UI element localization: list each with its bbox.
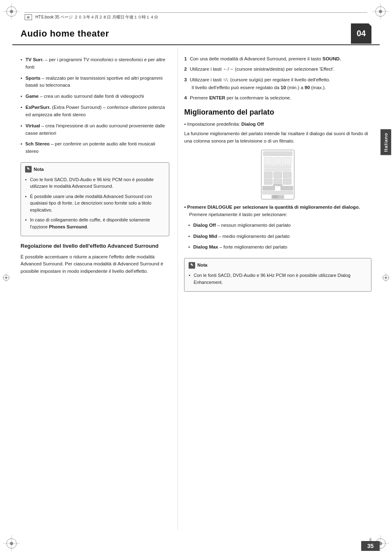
- svg-rect-27: [274, 157, 282, 165]
- svg-rect-36: [283, 179, 291, 184]
- book-indicator: ⊕: [25, 14, 32, 20]
- note-item: In caso di collegamento delle cuffie, è …: [25, 216, 165, 231]
- step-1: 1 Con una delle modalità di Advanced Sur…: [184, 55, 371, 62]
- list-item: Dialog Max – forte miglioramento del par…: [188, 243, 371, 252]
- list-item: Dialog Mid – medio miglioramento del par…: [188, 232, 371, 241]
- step-2: 2 Utilizzare i tasti ←/→ (cursore sinist…: [184, 66, 371, 73]
- right-column: 1 Con una delle modalità di Advanced Sur…: [178, 47, 380, 530]
- main-section-heading: Miglioramento del parlato: [184, 108, 371, 117]
- step-2-text: Utilizzare i tasti ←/→ (cursore sinistra…: [190, 67, 335, 71]
- list-item: Sports – realizzato per le trasmissioni …: [21, 74, 169, 90]
- reg-mark-mid-left: [2, 274, 10, 282]
- subsection-heading: Regolazione del livello dell'effetto Adv…: [21, 242, 169, 250]
- step-4-text: Premere ENTER per la confermare la selez…: [190, 95, 291, 100]
- note-header-1: ✎ Nota: [25, 166, 165, 173]
- list-item: Dialog Off – nessun miglioramento del pa…: [188, 221, 371, 230]
- nota-label-1: Nota: [34, 166, 44, 173]
- page-number-badge: 35: [361, 541, 380, 551]
- svg-rect-35: [274, 179, 282, 184]
- step-3: 3 Utilizzare i tasti ↑/↓ (cursore su/giù…: [184, 76, 371, 92]
- note-item-2: Con le fonti SACD, DVD-Audio e 96 kHz PC…: [189, 271, 367, 286]
- dialogue-options-list: Dialog Off – nessun miglioramento del pa…: [188, 221, 371, 252]
- svg-rect-39: [263, 191, 293, 194]
- corner-mark-tl: [3, 3, 20, 20]
- svg-rect-34: [264, 179, 272, 184]
- step-1-text: Con una delle modalità di Advanced Surro…: [190, 56, 341, 61]
- note-item: È possibile usare una delle modalità Adv…: [25, 192, 165, 214]
- nota-label-2: Nota: [197, 262, 207, 269]
- note-icon-2: ✎: [189, 262, 195, 269]
- page-title: Audio home theater: [21, 28, 109, 39]
- italiano-sidebar-label: Italiano: [380, 129, 391, 155]
- note-list-2: Con le fonti SACD, DVD-Audio e 96 kHz PC…: [189, 271, 367, 286]
- left-column: TV Surr. – per i programmi TV monofonici…: [12, 47, 178, 530]
- svg-rect-29: [264, 166, 291, 168]
- svg-rect-31: [264, 172, 272, 178]
- step-4: 4 Premere ENTER per la confermare la sel…: [184, 94, 371, 101]
- svg-rect-37: [263, 186, 275, 190]
- note-icon-1: ✎: [25, 166, 32, 173]
- list-item: Game – crea un audio surround dalle font…: [21, 92, 169, 101]
- svg-rect-30: [264, 169, 291, 171]
- device-svg: PIONEER: [259, 149, 296, 200]
- dialogue-instruction: • Premere DIALOGUE per selezionare la qu…: [184, 204, 371, 219]
- chapter-badge: 04: [351, 23, 371, 44]
- svg-rect-28: [283, 157, 291, 165]
- feature-list: TV Surr. – per i programmi TV monofonici…: [21, 55, 169, 156]
- note-list-1: Con le fonti SACD, DVD-Audio e 96 kHz PC…: [25, 175, 165, 231]
- note-box-2: ✎ Nota Con le fonti SACD, DVD-Audio e 96…: [184, 258, 371, 292]
- note-item: Con le fonti SACD, DVD-Audio e 96 kHz PC…: [25, 175, 165, 191]
- svg-text:PIONEER: PIONEER: [273, 184, 283, 187]
- svg-rect-33: [283, 172, 291, 178]
- main-section-body: La funzione miglioramento del parlato in…: [184, 130, 371, 145]
- content-area: TV Surr. – per i programmi TV monofonici…: [12, 47, 380, 530]
- note-header-2: ✎ Nota: [189, 262, 367, 269]
- device-image-container: PIONEER: [184, 149, 371, 200]
- note-box-1: ✎ Nota Con le fonti SACD, DVD-Audio e 96…: [21, 162, 169, 237]
- top-bar: ⊕ HTS.book 35 ページ ２０３年４月２８日 月曜日 午後１０時１４分: [25, 12, 367, 20]
- svg-rect-26: [264, 157, 272, 165]
- list-item: 5ch Stereo – per conferire un potente au…: [21, 140, 169, 156]
- top-bar-text: HTS.book 35 ページ ２０３年４月２８日 月曜日 午後１０時１４分: [35, 14, 158, 20]
- step-3-extra: Il livello dell'effetto può essere regol…: [191, 84, 371, 91]
- list-item: Virtual – crea l'impressione di un audio…: [21, 122, 169, 138]
- subsection-body: È possibile accentuare o ridurre a piace…: [21, 253, 169, 275]
- svg-rect-32: [274, 172, 282, 178]
- list-item: ExPwrSurr. (Extra Power Surround) – conf…: [21, 103, 169, 120]
- svg-rect-38: [281, 186, 293, 190]
- reg-mark-mid-right: [382, 274, 390, 282]
- default-setting-line: • Impostazione predefinita: Dialog Off: [184, 121, 371, 128]
- sports-term: Sports: [25, 76, 40, 81]
- corner-mark-tr: [372, 3, 389, 20]
- corner-mark-bl: [3, 535, 20, 552]
- svg-rect-25: [263, 152, 292, 156]
- header-section: Audio home theater 04: [12, 23, 380, 45]
- list-item: TV Surr. – per i programmi TV monofonici…: [21, 55, 169, 72]
- svg-rect-42: [273, 196, 278, 198]
- step-3-text: Utilizzare i tasti ↑/↓ (cursore su/giù) …: [190, 77, 330, 82]
